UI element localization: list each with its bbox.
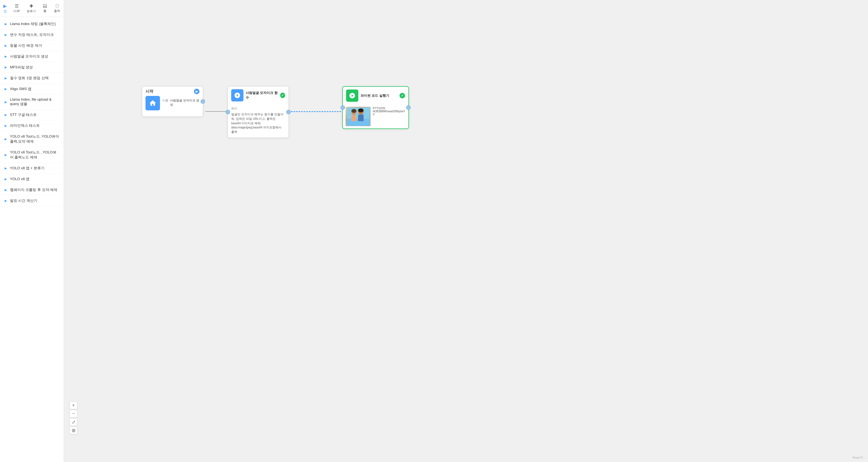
start-node-body: 이름 사람얼굴 모자이크 생성 [162,98,199,108]
item-label: Llama Index, file upload & query 샘플 [10,97,60,106]
list-item[interactable]: ► YOLO v8 Tool노드 , YOLO뷰어 출력노드 예제 [0,147,64,163]
item-arrow-icon: ► [4,100,8,104]
list-item[interactable]: ► 발표 시간 계산기 [0,195,64,206]
mosaic-func-description: 얼굴만 모자이크 해주는 함수를 만들어줘. 입력은 파일 URL이고, 출력은… [231,112,285,134]
sidebar: ▶ 앱 ☰ LLM ✚ 분류기 🕮 툴 □ 출력 ► Llama Index 채… [0,0,64,462]
mosaic-port-right [286,110,291,114]
list-item[interactable]: ► Llama Index, file upload & query 샘플 [0,95,64,109]
item-label: Aligo SMS 앱 [10,87,31,92]
python-node-content: PYTHON lA3fDB8MHxwaG90byIwYV [343,104,408,128]
mosaic-func-title: 사람얼굴 모자이크 함수 [246,91,278,100]
python-tag: PYTHON [373,107,406,110]
start-node[interactable]: 시작 ▶ 이름 사람얼굴 모자이크 생성 [142,86,203,117]
item-label: 라마인덱스 테스트 [10,123,40,128]
zoom-out-button[interactable]: − [69,410,78,418]
tools-icon: 🕮 [43,3,47,8]
zoom-fit-button[interactable]: ⤢ [69,418,78,426]
mosaic-func-body: 쿼리 얼굴만 모자이크 해주는 함수를 만들어줘. 입력은 파일 URL이고, … [228,104,288,138]
classifier-icon: ✚ [30,3,33,9]
list-item[interactable]: ► Aligo SMS 앱 [0,84,64,95]
start-icon-box [146,96,160,110]
item-arrow-icon: ► [4,65,8,69]
python-node-icon [346,90,358,102]
item-label: 동물 사진 배경 제거 [10,43,42,48]
mosaic-func-icon [231,89,243,101]
zoom-save-button[interactable]: ⊞ [69,426,78,434]
python-port-left [341,105,345,110]
python-node-header: 파이썬 코드 실행기 ✓ [343,87,408,104]
connector-2 [291,111,341,112]
mosaic-port-left [226,110,230,114]
item-arrow-icon: ► [4,112,8,117]
item-label: MP3파일 생성 [10,65,33,70]
sidebar-top-nav: ▶ 앱 ☰ LLM ✚ 분류기 🕮 툴 □ 출력 [0,0,64,17]
flow-canvas: 시작 ▶ 이름 사람얼굴 모자이크 생성 [64,0,868,462]
item-arrow-icon: ► [4,76,8,80]
llm-icon: ☰ [15,3,19,9]
svg-rect-5 [358,114,364,121]
output-icon: □ [56,3,59,8]
query-label: 쿼리 [231,106,237,111]
nav-label-app: 앱 [4,9,7,13]
nav-label-output: 출력 [54,9,60,13]
list-item[interactable]: ► YOLO v8 앱 [0,174,64,185]
python-node-title: 파이썬 코드 실행기 [361,93,389,98]
mosaic-func-query-field: 쿼리 [231,106,285,111]
svg-point-7 [358,108,364,112]
python-code-preview: lA3fDB8MHxwaG90byIwYV [373,110,406,116]
list-item[interactable]: ► YOLO v8 Tool노드, YOLO뷰어 출력,요약 예제 [0,131,64,147]
start-field-name: 이름 사람얼굴 모자이크 생성 [162,98,199,107]
start-port-right [200,99,205,104]
item-label: 사람얼굴 모자이크 생성 [10,54,48,59]
python-node-badge: ✓ [400,93,405,98]
item-arrow-icon: ► [4,166,8,170]
image-placeholder [345,107,371,126]
zoom-in-button[interactable]: + [69,401,78,409]
item-arrow-icon: ► [4,198,8,203]
main-canvas[interactable]: 시작 ▶ 이름 사람얼굴 모자이크 생성 [64,0,868,462]
item-label: YOLO v8 앱 + 분류기 [10,166,44,171]
nav-label-classifier: 분류기 [27,9,36,13]
python-node[interactable]: 파이썬 코드 실행기 ✓ [342,86,409,129]
nav-item-tools[interactable]: 🕮 툴 [41,2,50,14]
item-arrow-icon: ► [4,87,8,91]
sidebar-list: ► Llama Index 채팅 (블록체인) ► 변수 저장 테스트, 모자이… [0,17,64,208]
item-arrow-icon: ► [4,33,8,37]
item-arrow-icon: ► [4,124,8,128]
item-arrow-icon: ► [4,177,8,181]
arrow-line-1 [205,111,227,112]
nav-item-app[interactable]: ▶ 앱 [1,2,9,14]
nav-item-classifier[interactable]: ✚ 분류기 [25,2,38,14]
nav-label-tools: 툴 [43,9,46,13]
item-arrow-icon: ► [4,22,8,26]
list-item[interactable]: ► MP3파일 생성 [0,62,64,73]
mosaic-func-node[interactable]: 사람얼굴 모자이크 함수 ✓ 쿼리 얼굴만 모자이크 해주는 함수를 만들어줘.… [227,86,289,138]
item-label: 변수 저장 테스트, 모자이크 [10,32,54,37]
item-label: 웹페이지 크롤링 후 요약 예제 [10,187,57,192]
list-item[interactable]: ► 사람얼굴 모자이크 생성 [0,51,64,62]
python-info: PYTHON lA3fDB8MHxwaG90byIwYV [373,107,406,116]
mosaic-func-badge: ✓ [280,93,285,98]
nav-item-output[interactable]: □ 출력 [52,2,62,14]
list-item[interactable]: ► STT 구글 테스트 [0,109,64,120]
item-arrow-icon: ► [4,153,8,157]
nav-label-llm: LLM [13,9,20,12]
python-node-thumbnail [345,107,371,126]
item-arrow-icon: ► [4,188,8,192]
list-item[interactable]: ► 변수 저장 테스트, 모자이크 [0,30,64,40]
item-label: YOLO v8 Tool노드 , YOLO뷰어 출력노드 예제 [10,150,60,160]
item-label: 발표 시간 계산기 [10,198,37,203]
svg-rect-3 [351,115,356,121]
list-item[interactable]: ► 라마인덱스 테스트 [0,120,64,131]
list-item[interactable]: ► 철수 영희 1명 랜덤 선택 [0,73,64,84]
bottom-hint: React Fl... [852,456,865,459]
item-label: YOLO v8 앱 [10,176,30,182]
mosaic-func-header: 사람얼굴 모자이크 함수 ✓ [228,87,288,104]
list-item[interactable]: ► YOLO v8 앱 + 분류기 [0,163,64,174]
start-play-badge: ▶ [194,89,199,94]
list-item[interactable]: ► Llama Index 채팅 (블록체인) [0,19,64,30]
item-arrow-icon: ► [4,137,8,141]
list-item[interactable]: ► 동물 사진 배경 제거 [0,40,64,51]
nav-item-llm[interactable]: ☰ LLM [11,2,22,14]
list-item[interactable]: ► 웹페이지 크롤링 후 요약 예제 [0,185,64,195]
